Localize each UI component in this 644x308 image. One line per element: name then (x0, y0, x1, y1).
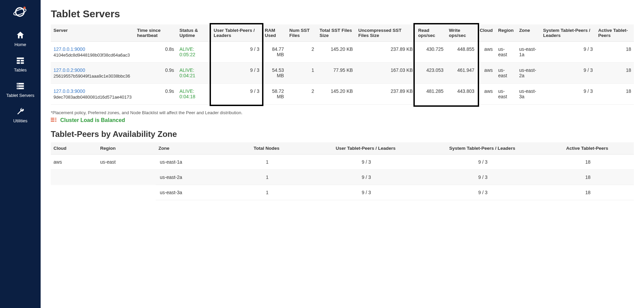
cell-region (98, 170, 156, 185)
cell-region: us-east (495, 63, 516, 84)
servers-table-wrap: ServerTime since heartbeatStatus & Uptim… (51, 24, 634, 105)
tables-icon (16, 56, 25, 65)
nav-utilities[interactable]: Utilities (0, 102, 41, 127)
col-header[interactable]: User Tablet-Peers / Leaders (211, 24, 262, 42)
main: Tablet Servers ServerTime since heartbea… (41, 0, 644, 308)
col-header[interactable]: RAM Used (262, 24, 287, 42)
col-header[interactable]: Active Tablet-Peers (540, 142, 634, 155)
col-header[interactable]: Total Nodes (226, 142, 307, 155)
col-header[interactable]: Total SST Files Size (317, 24, 356, 42)
cell-zone: us-east-2a (156, 170, 226, 185)
col-header[interactable]: Time since heartbeat (134, 24, 177, 42)
logo (13, 4, 28, 19)
cell-total_sst: 77.95 KB (317, 63, 356, 84)
col-header[interactable]: System Tablet-Peers / Leaders (424, 142, 540, 155)
server-link[interactable]: 127.0.0.1:9000 (53, 46, 85, 52)
cell-zone: us-east-2a (516, 63, 540, 84)
cell-sys_peers: 9 / 3 (540, 63, 596, 84)
cell-zone: us-east-1a (516, 42, 540, 63)
cell-active: 18 (540, 155, 634, 170)
server-uuid: 4104e5dc8d9448198b03f38cd64a6ac3 (53, 53, 132, 58)
col-header[interactable]: Read ops/sec (415, 24, 446, 42)
cell-ram: 58.72 MB (262, 84, 287, 105)
cell-heartbeat: 0.9s (134, 63, 177, 84)
cell-heartbeat: 0.8s (134, 42, 177, 63)
col-header[interactable]: User Tablet-Peers / Leaders (307, 142, 424, 155)
nav-tables[interactable]: Tables (0, 51, 41, 77)
col-header[interactable]: Cloud (477, 24, 495, 42)
cell-write_ops: 448.855 (446, 42, 477, 63)
col-header[interactable]: Zone (516, 24, 540, 42)
cell-zone: us-east-3a (516, 84, 540, 105)
sidebar: Home Tables Tablet Servers Utilities (0, 0, 41, 308)
nav-home[interactable]: Home (0, 26, 41, 51)
cell-num_sst: 1 (287, 63, 317, 84)
cell-write_ops: 443.803 (446, 84, 477, 105)
cell-zone: us-east-1a (156, 155, 226, 170)
cell-num_sst: 2 (287, 84, 317, 105)
footnote: *Placement policy, Preferred zones, and … (51, 110, 634, 115)
col-header[interactable]: Active Tablet-Peers (596, 24, 634, 42)
svg-point-2 (23, 7, 26, 9)
server-link[interactable]: 127.0.0.2:9000 (53, 67, 85, 73)
cell-user_peers: 9 / 3 (211, 42, 262, 63)
cell-active: 18 (540, 185, 634, 200)
cell-active: 18 (540, 170, 634, 185)
svg-rect-9 (55, 117, 55, 122)
server-uuid: 25619557b59049f1aaa9c1e3038bbc36 (53, 74, 132, 79)
col-header[interactable]: Num SST Files (287, 24, 317, 42)
col-header[interactable]: Status & Uptime (177, 24, 211, 42)
balanced-text: Cluster Load is Balanced (60, 117, 125, 123)
cell-active: 18 (596, 42, 634, 63)
nav-tablet-servers[interactable]: Tablet Servers (0, 77, 41, 102)
table-row: 127.0.0.2:900025619557b59049f1aaa9c1e303… (51, 63, 634, 84)
col-header[interactable]: Write ops/sec (446, 24, 477, 42)
cell-heartbeat: 0.9s (134, 84, 177, 105)
cell-cloud: aws (477, 63, 495, 84)
nav-label: Home (15, 42, 26, 47)
cell-user_peers: 9 / 3 (307, 185, 424, 200)
col-header[interactable]: Cloud (51, 142, 98, 155)
status-alive: ALIVE: 0:05:22 (179, 46, 195, 57)
svg-point-5 (18, 88, 18, 89)
col-header[interactable]: Region (495, 24, 516, 42)
nav-label: Tables (14, 67, 27, 73)
az-section-title: Tablet-Peers by Availability Zone (51, 129, 634, 139)
home-icon (16, 30, 25, 40)
cell-cloud (51, 170, 98, 185)
cell-region: us-east (495, 84, 516, 105)
server-uuid: 9dec7083adb0480081d16d571ae40173 (53, 95, 132, 100)
col-header[interactable]: Server (51, 24, 134, 42)
cell-total_sst: 145.20 KB (317, 42, 356, 63)
cell-cloud (51, 185, 98, 200)
svg-rect-7 (51, 119, 57, 120)
cell-uncompressed: 167.03 KB (356, 63, 415, 84)
cell-read_ops: 481.285 (415, 84, 446, 105)
cell-zone: us-east-3a (156, 185, 226, 200)
col-header[interactable]: Region (98, 142, 156, 155)
cell-user_peers: 9 / 3 (307, 155, 424, 170)
cell-read_ops: 430.725 (415, 42, 446, 63)
server-link[interactable]: 127.0.0.3:9000 (53, 88, 85, 94)
svg-point-3 (18, 83, 18, 84)
col-header[interactable]: System Tablet-Peers / Leaders (540, 24, 596, 42)
cell-status: ALIVE: 0:05:22 (177, 42, 211, 63)
col-header[interactable]: Uncompressed SST Files Size (356, 24, 415, 42)
cell-write_ops: 461.947 (446, 63, 477, 84)
status-alive: ALIVE: 0:04:18 (179, 88, 195, 99)
table-row: us-east-3a19 / 39 / 318 (51, 185, 634, 200)
servers-icon (16, 81, 25, 91)
nav-label: Utilities (13, 118, 27, 123)
svg-point-4 (18, 86, 18, 86)
cell-region (98, 185, 156, 200)
servers-table: ServerTime since heartbeatStatus & Uptim… (51, 24, 634, 105)
cell-region: us-east (495, 42, 516, 63)
col-header[interactable]: Zone (156, 142, 226, 155)
page-title: Tablet Servers (51, 8, 634, 20)
cell-active: 18 (596, 63, 634, 84)
nav-label: Tablet Servers (6, 93, 34, 98)
cell-user_peers: 9 / 3 (307, 170, 424, 185)
cell-status: ALIVE: 0:04:21 (177, 63, 211, 84)
cell-user_peers: 9 / 3 (211, 63, 262, 84)
table-row: 127.0.0.3:90009dec7083adb0480081d16d571a… (51, 84, 634, 105)
